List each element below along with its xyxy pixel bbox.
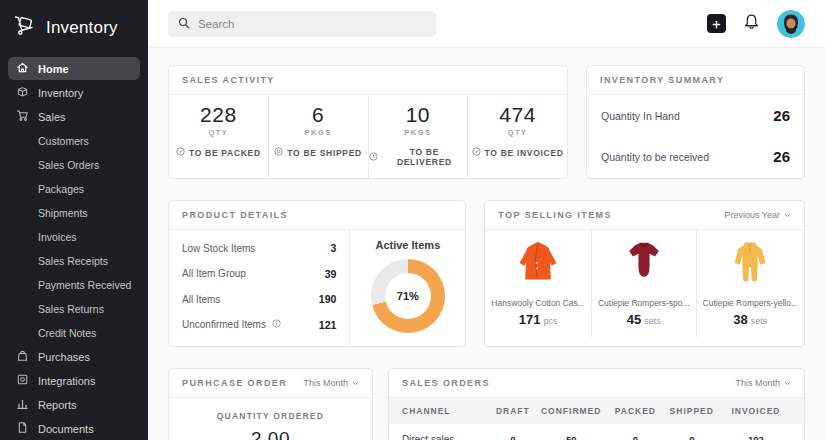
purchase-order-range-dropdown[interactable]: This Month bbox=[303, 378, 359, 388]
purchase-order-title: PURHCASE ORDER bbox=[182, 378, 287, 388]
sales-orders-range-dropdown[interactable]: This Month bbox=[735, 378, 791, 388]
sidebar-item-inventory[interactable]: Inventory bbox=[8, 81, 140, 104]
sales-orders-table-header: CHANNEL DRAFT CONFIRMED PACKED SHIPPED I… bbox=[389, 398, 804, 424]
product-image-yellow-romper bbox=[720, 239, 780, 291]
active-items-donut: 71% bbox=[371, 259, 445, 333]
user-avatar[interactable] bbox=[777, 10, 805, 38]
sidebar-item-packages[interactable]: Packages bbox=[8, 177, 140, 200]
top-selling-item-2[interactable]: Cutiepie Rompers-spo... 45sets bbox=[592, 230, 697, 337]
to-be-packed-icon bbox=[176, 147, 185, 158]
to-be-invoiced-icon bbox=[472, 147, 481, 158]
main-area: SALES ACTIVITY 228 QTY TO BE PACKED 6 PK… bbox=[148, 0, 825, 440]
all-item-group-row[interactable]: All Item Group 39 bbox=[182, 268, 336, 280]
sidebar-item-sales[interactable]: Sales bbox=[8, 105, 140, 128]
sales-activity-card: SALES ACTIVITY 228 QTY TO BE PACKED 6 PK… bbox=[168, 65, 568, 179]
inventory-summary-title: INVENTORY SUMMARY bbox=[600, 75, 724, 85]
app-logo: Inventory bbox=[0, 10, 148, 56]
search-box[interactable] bbox=[168, 11, 436, 37]
sidebar-item-integrations[interactable]: Integrations bbox=[8, 369, 140, 392]
integrations-icon bbox=[16, 373, 29, 388]
to-be-delivered-stat[interactable]: 10 PKGS TO BE DELIVERED bbox=[369, 95, 469, 178]
handtruck-logo-icon bbox=[12, 14, 37, 42]
document-icon bbox=[16, 421, 29, 436]
sidebar: Inventory Home Inventory Sales Customers… bbox=[0, 0, 148, 440]
inventory-summary-card: INVENTORY SUMMARY Quantity In Hand 26 Qu… bbox=[586, 65, 805, 179]
bar-chart-icon bbox=[16, 397, 29, 412]
chevron-down-icon bbox=[352, 378, 359, 388]
purchase-order-card: PURHCASE ORDER This Month QUANTITY ORDER… bbox=[168, 368, 373, 440]
all-items-row[interactable]: All Items 190 bbox=[182, 293, 336, 305]
table-row[interactable]: Direct sales 0 50 0 0 102 bbox=[389, 424, 804, 440]
sales-activity-title: SALES ACTIVITY bbox=[182, 75, 275, 85]
sidebar-item-sales-orders[interactable]: Sales Orders bbox=[8, 153, 140, 176]
sidebar-item-home[interactable]: Home bbox=[8, 57, 140, 80]
sidebar-item-payments-received[interactable]: Payments Received bbox=[8, 273, 140, 296]
chevron-down-icon bbox=[784, 210, 791, 220]
info-icon[interactable] bbox=[272, 319, 281, 330]
sidebar-item-customers[interactable]: Customers bbox=[8, 129, 140, 152]
to-be-invoiced-stat[interactable]: 474 QTY TO BE INVOICED bbox=[468, 95, 567, 178]
quantity-in-hand-row: Quantity In Hand 26 bbox=[600, 95, 791, 136]
top-selling-item-1[interactable]: Hanswooly Cotton Cas... 171pcs bbox=[485, 230, 592, 337]
active-items-chart-title: Active Items bbox=[375, 239, 440, 251]
sidebar-item-invoices[interactable]: Invoices bbox=[8, 225, 140, 248]
sidebar-item-credit-notes[interactable]: Credit Notes bbox=[8, 321, 140, 344]
sales-orders-card: SALES ORDERS This Month CHANNEL DRAFT CO… bbox=[388, 368, 805, 440]
top-selling-item-3[interactable]: Cutiepie Rompers-yello... 38sets bbox=[697, 230, 804, 337]
product-details-card: PRODUCT DETAILS Low Stock Items 3 All It… bbox=[168, 200, 466, 347]
unconfirmed-items-row[interactable]: Unconfirmed Items 121 bbox=[182, 319, 336, 331]
sidebar-item-purchases[interactable]: Purchases bbox=[8, 345, 140, 368]
app-title: Inventory bbox=[46, 18, 118, 38]
bag-icon bbox=[16, 349, 29, 364]
to-be-shipped-stat[interactable]: 6 PKGS TO BE SHIPPED bbox=[269, 95, 369, 178]
top-selling-range-dropdown[interactable]: Previous Year bbox=[724, 210, 791, 220]
product-image-maroon-romper bbox=[614, 239, 674, 291]
dashboard-content: SALES ACTIVITY 228 QTY TO BE PACKED 6 PK… bbox=[148, 48, 825, 440]
search-icon bbox=[178, 15, 190, 33]
quick-add-button[interactable] bbox=[707, 14, 726, 33]
to-be-shipped-icon bbox=[274, 147, 283, 158]
chevron-down-icon bbox=[784, 378, 791, 388]
sidebar-item-sales-returns[interactable]: Sales Returns bbox=[8, 297, 140, 320]
topbar bbox=[148, 0, 825, 48]
product-image-orange-cardigan bbox=[508, 239, 568, 291]
low-stock-items-row[interactable]: Low Stock Items 3 bbox=[182, 242, 336, 254]
box-icon bbox=[16, 85, 29, 100]
sidebar-item-reports[interactable]: Reports bbox=[8, 393, 140, 416]
quantity-ordered-value: 2.00 bbox=[169, 428, 372, 440]
plus-icon bbox=[712, 15, 721, 33]
active-items-percent: 71% bbox=[397, 290, 419, 302]
top-selling-items-card: TOP SELLING ITEMS Previous Year bbox=[484, 200, 805, 347]
home-icon bbox=[16, 61, 29, 76]
product-details-title: PRODUCT DETAILS bbox=[182, 210, 288, 220]
quantity-to-be-received-row: Quantity to be received 26 bbox=[600, 136, 791, 177]
search-input[interactable] bbox=[198, 18, 426, 30]
sidebar-item-documents[interactable]: Documents bbox=[8, 417, 140, 440]
cart-icon bbox=[16, 109, 29, 124]
notifications-bell-icon[interactable] bbox=[743, 13, 760, 34]
quantity-ordered-label: QUANTITY ORDERED bbox=[169, 411, 372, 421]
to-be-delivered-icon bbox=[369, 152, 378, 163]
sidebar-item-shipments[interactable]: Shipments bbox=[8, 201, 140, 224]
sidebar-item-sales-receipts[interactable]: Sales Receipts bbox=[8, 249, 140, 272]
top-selling-items-title: TOP SELLING ITEMS bbox=[498, 210, 611, 220]
to-be-packed-stat[interactable]: 228 QTY TO BE PACKED bbox=[169, 95, 269, 178]
sales-orders-title: SALES ORDERS bbox=[402, 378, 490, 388]
